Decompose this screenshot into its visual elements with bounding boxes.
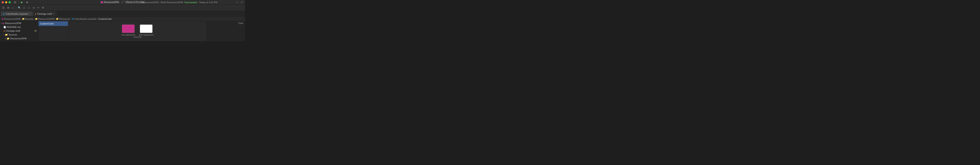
- scheme-label: ResourcesSPM: [104, 1, 119, 3]
- breadcrumb-customcolor[interactable]: CustomColor: [98, 18, 112, 20]
- sidebar-item-readme[interactable]: 📄 README.md: [0, 25, 38, 29]
- badge-package: M: [34, 30, 37, 32]
- breadcrumb-resourcesspm[interactable]: ◉ ResourcesSPM: [2, 18, 20, 20]
- asset-list-panel: CustomColor: [38, 21, 68, 41]
- tab-close-package[interactable]: ✕: [53, 13, 54, 15]
- scheme-icon: [101, 1, 103, 3]
- location-btn[interactable]: ⊙: [31, 6, 36, 10]
- scheme-selector[interactable]: ResourcesSPM: [100, 1, 120, 4]
- project-icon-sidebar: ◉: [2, 22, 4, 24]
- device-selector[interactable]: 📱 iPhone 12 Pro Max: [121, 1, 145, 4]
- sidebar-label-resources: Resources: [12, 41, 23, 41]
- split-button[interactable]: ⤢: [240, 1, 243, 4]
- chevron-icon-3: ▾: [5, 38, 6, 39]
- tab-close-colorassets[interactable]: ✕: [29, 13, 30, 15]
- chevron-icon-1: ▾: [1, 22, 2, 24]
- search-btn[interactable]: 🔍: [17, 6, 22, 10]
- folder-icon-1: 📁: [22, 18, 25, 20]
- breadcrumb-resources[interactable]: 📁 Resources: [56, 18, 70, 20]
- grid-view-btn[interactable]: ⊞: [6, 6, 10, 10]
- add-button[interactable]: ＋: [235, 0, 239, 4]
- asset-item-customcolor[interactable]: CustomColor: [38, 21, 68, 26]
- content-area: Any Appearance Dark Appearance Universal: [68, 21, 207, 41]
- file-navigator: ▾ ◉ ResourcesSPM 📄 README.md ◈ Package.s…: [0, 21, 38, 41]
- build-project: ResourcesSPM: [142, 1, 158, 4]
- sidebar-item-sources[interactable]: ▾ 📁 Sources: [0, 33, 38, 36]
- build-result: Succeeded: [185, 1, 197, 4]
- breakpoint-btn[interactable]: ◇: [27, 6, 31, 10]
- breadcrumb: ◉ ResourcesSPM › 📁 Sources › 📁 Resources…: [0, 17, 245, 21]
- sidebar-label-resourcesspm: ResourcesSPM: [5, 22, 21, 24]
- build-time: Today at 4:24 PM: [199, 1, 218, 4]
- maximize-button[interactable]: [8, 1, 11, 3]
- sidebar-item-resources[interactable]: ▾ 📁 Resources: [0, 41, 38, 41]
- folder-icon-sources: 📁: [5, 33, 8, 36]
- main-layout: ▾ ◉ ResourcesSPM 📄 README.md ◈ Package.s…: [0, 21, 245, 41]
- dark-appearance-color-swatch[interactable]: [140, 24, 153, 33]
- minimize-button[interactable]: [5, 1, 7, 3]
- stop-button[interactable]: ■: [25, 0, 29, 5]
- file-icon-readme: 📄: [3, 26, 6, 28]
- tab-package-label: Package.swift: [37, 13, 52, 15]
- tab-colorassets[interactable]: ◉ ColorAssets.xcassets ✕: [1, 11, 32, 16]
- traffic-lights: [0, 1, 11, 3]
- breadcrumb-colorassets[interactable]: ◉ ColorAssets.xcassets: [72, 18, 97, 20]
- sidebar-label-readme: README.md: [6, 26, 21, 28]
- sidebar-label-sources: Sources: [8, 33, 17, 36]
- device-label: iPhone 12 Pro Max: [126, 1, 144, 3]
- device-icon: 📱: [123, 1, 125, 3]
- sidebar-label-resourcesspm2: ResourcesSPM: [10, 37, 27, 40]
- settings-btn[interactable]: ⚙: [41, 6, 45, 10]
- tab-colorassets-label: ColorAssets.xcassets: [6, 13, 28, 15]
- titlebar: ⊟ ▶ ■ ResourcesSPM 📱 iPhone 12 Pro Max R…: [0, 0, 245, 5]
- swift-icon-package: ◈: [3, 30, 5, 32]
- toolbar: ☰ ⊞ □ 🔍 ⚠ ◇ ⊙ ↩ ⚙: [0, 5, 245, 11]
- universal-label: Universal: [134, 36, 142, 38]
- any-appearance-well: Any Appearance: [121, 24, 135, 36]
- build-status: ResourcesSPM | Build ResourcesSPM: Succe…: [142, 1, 218, 4]
- sidebar-item-resourcesspm[interactable]: ▾ ◉ ResourcesSPM: [0, 21, 38, 25]
- xcassets-tab-icon: ◉: [3, 13, 5, 15]
- xcassets-icon: ◉: [72, 18, 74, 20]
- sidebar-item-package[interactable]: ◈ Package.swift M: [0, 29, 38, 33]
- sidebar-item-resourcesspm2[interactable]: ▾ 📁 ResourcesSPM: [0, 36, 38, 41]
- close-button[interactable]: [2, 1, 4, 3]
- breadcrumb-sources[interactable]: 📁 Sources: [22, 18, 33, 20]
- color-scheme-container: Any Appearance Dark Appearance: [121, 24, 154, 36]
- warning-btn[interactable]: ⚠: [22, 6, 26, 10]
- asset-item-label: CustomColor: [40, 22, 54, 25]
- folder-icon-resources: 📁: [8, 41, 11, 41]
- folder-icon-2: 📁: [35, 18, 38, 20]
- undo-btn[interactable]: ↩: [36, 6, 40, 10]
- tab-package[interactable]: ◈ Package.swift ✕: [33, 11, 56, 16]
- breadcrumb-resourcesspm2[interactable]: 📁 ResourcesSPM: [35, 18, 54, 20]
- dark-appearance-label: Dark Appearance: [139, 34, 154, 36]
- build-action: Build ResourcesSPM:: [161, 1, 183, 4]
- tabs-bar: ◉ ColorAssets.xcassets ✕ ◈ Package.swift…: [0, 11, 245, 17]
- navigator-toggle[interactable]: ☰: [1, 6, 6, 10]
- dark-appearance-well: Dark Appearance: [139, 24, 154, 36]
- any-appearance-label: Any Appearance: [121, 34, 135, 36]
- any-appearance-color-swatch[interactable]: [122, 24, 135, 33]
- folder-icon-3: 📁: [56, 18, 59, 20]
- sidebar-label-package: Package.swift: [6, 30, 20, 32]
- play-button[interactable]: ▶: [20, 0, 24, 5]
- project-icon: ◉: [2, 18, 4, 20]
- right-inspector-panel: Color: [207, 21, 245, 41]
- toolbar-divider-1: [16, 6, 16, 9]
- color-inspector-label: Color: [238, 22, 245, 24]
- inspector-toggle[interactable]: □: [11, 6, 15, 10]
- sidebar-toggle-button[interactable]: ⊟: [13, 0, 17, 5]
- swift-tab-icon: ◈: [35, 13, 37, 15]
- folder-icon-resourcesspm2: 📁: [6, 37, 10, 40]
- titlebar-right-controls: ＋ ⤢: [235, 0, 243, 4]
- chevron-icon-2: ▾: [3, 34, 4, 36]
